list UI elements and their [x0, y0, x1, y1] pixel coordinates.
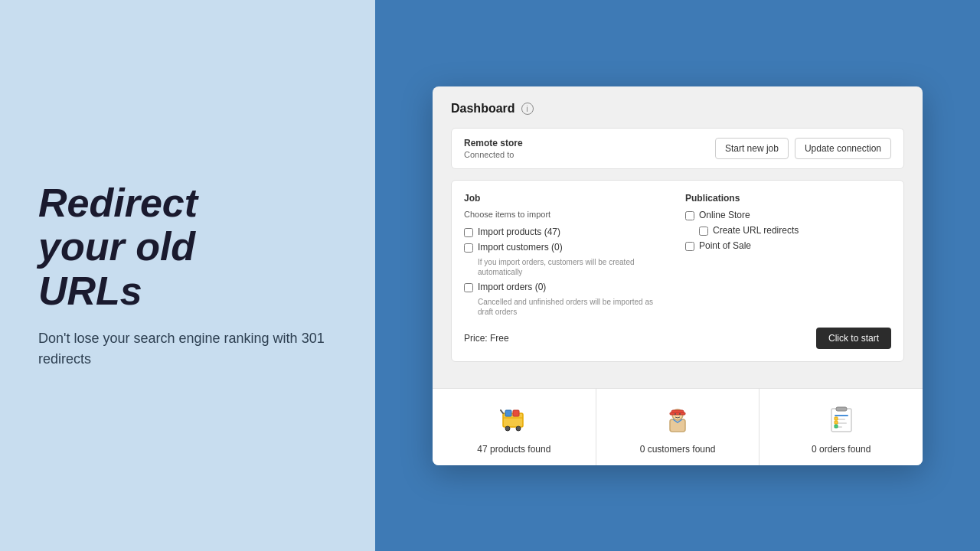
remote-store-value: Connected to [464, 150, 523, 159]
online-store-row: Online Store [685, 210, 891, 220]
point-of-sale-row: Point of Sale [685, 240, 891, 251]
import-customers-note: If you import orders, customers will be … [478, 257, 670, 277]
price-row: Price: Free Click to start [464, 321, 891, 349]
update-connection-button[interactable]: Update connection [795, 138, 891, 159]
main-content: Job Choose items to import Import produc… [451, 180, 904, 362]
svg-point-3 [505, 426, 510, 431]
import-orders-checkbox[interactable] [464, 283, 473, 292]
svg-rect-19 [835, 421, 838, 424]
svg-rect-2 [513, 410, 519, 416]
dashboard-card: Dashboard i Remote store Connected to St… [433, 86, 923, 465]
click-to-start-button[interactable]: Click to start [816, 328, 891, 349]
job-sub-heading: Choose items to import [464, 210, 670, 219]
point-of-sale-label: Point of Sale [699, 240, 751, 251]
svg-point-4 [516, 426, 521, 431]
online-store-label: Online Store [699, 210, 750, 220]
import-orders-note: Cancelled and unfinished orders will be … [478, 297, 670, 317]
stats-row: 47 products found [433, 388, 923, 465]
create-url-redirects-row: Create URL redirects [699, 225, 891, 236]
job-column: Job Choose items to import Import produc… [464, 193, 670, 321]
svg-rect-1 [505, 410, 511, 416]
stat-products: 47 products found [433, 389, 596, 465]
orders-icon [823, 401, 860, 438]
create-url-redirects-checkbox[interactable] [699, 227, 708, 236]
cart-icon [495, 401, 532, 438]
svg-rect-20 [835, 425, 838, 428]
left-panel: Redirect your old URLs Don't lose your s… [0, 0, 375, 551]
svg-rect-14 [835, 415, 848, 416]
right-panel: Dashboard i Remote store Connected to St… [375, 0, 980, 551]
import-orders-label: Import orders (0) [478, 282, 546, 292]
info-icon[interactable]: i [521, 103, 534, 115]
svg-point-10 [675, 413, 676, 415]
import-customers-row: Import customers (0) [464, 242, 670, 253]
remote-store-info: Remote store Connected to [464, 138, 523, 159]
start-new-job-button[interactable]: Start new job [715, 138, 789, 159]
stat-orders: 0 orders found [760, 389, 923, 465]
remote-store-section: Remote store Connected to Start new job … [451, 128, 904, 169]
dashboard-title: Dashboard [451, 102, 515, 116]
svg-rect-6 [670, 419, 685, 432]
stat-customers: 0 customers found [596, 389, 760, 465]
import-products-row: Import products (47) [464, 227, 670, 237]
svg-rect-13 [836, 407, 847, 411]
main-heading: Redirect your old URLs [38, 181, 329, 313]
publications-section-heading: Publications [685, 193, 891, 204]
price-label: Price: Free [464, 333, 509, 344]
svg-rect-18 [835, 417, 838, 420]
import-products-checkbox[interactable] [464, 228, 473, 237]
remote-store-label: Remote store [464, 138, 523, 148]
stat-products-label: 47 products found [477, 444, 550, 455]
point-of-sale-checkbox[interactable] [685, 242, 694, 251]
two-col-layout: Job Choose items to import Import produc… [464, 193, 891, 321]
stat-customers-label: 0 customers found [640, 444, 716, 455]
import-customers-label: Import customers (0) [478, 242, 563, 253]
customer-icon [659, 401, 696, 438]
svg-rect-9 [670, 412, 685, 415]
import-orders-row: Import orders (0) [464, 282, 670, 292]
left-content: Redirect your old URLs Don't lose your s… [38, 181, 329, 370]
svg-point-11 [679, 413, 681, 415]
card-inner: Dashboard i Remote store Connected to St… [433, 86, 923, 388]
stat-orders-label: 0 orders found [812, 444, 871, 455]
main-description: Don't lose your search engine ranking wi… [38, 328, 329, 370]
job-section-heading: Job [464, 193, 670, 204]
publications-column: Publications Online Store Create URL red… [685, 193, 891, 321]
online-store-checkbox[interactable] [685, 211, 694, 220]
import-products-label: Import products (47) [478, 227, 560, 237]
remote-store-buttons: Start new job Update connection [715, 138, 891, 159]
import-customers-checkbox[interactable] [464, 243, 473, 253]
dashboard-header: Dashboard i [451, 102, 904, 116]
create-url-redirects-label: Create URL redirects [713, 225, 799, 236]
